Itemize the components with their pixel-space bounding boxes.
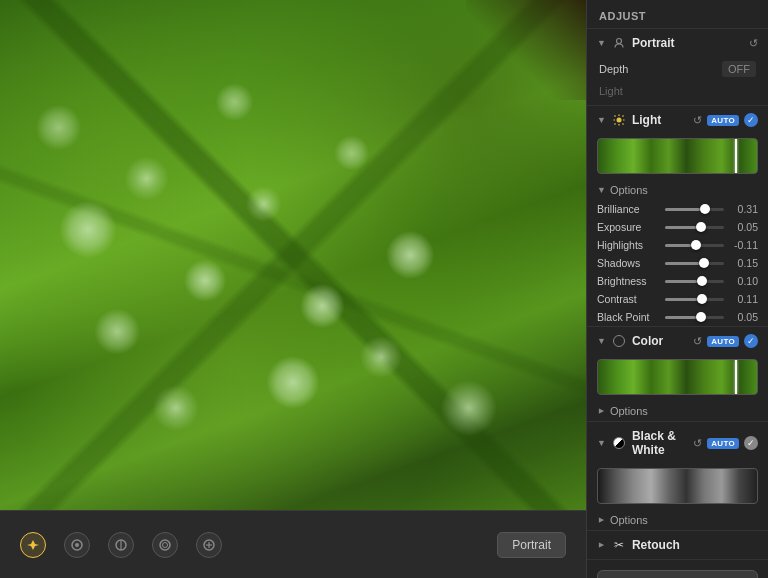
slider-label-5: Contrast <box>597 293 659 305</box>
slider-track-4[interactable] <box>665 280 724 283</box>
slider-row-highlights: Highlights-0.11 <box>587 236 768 254</box>
portrait-reset-icon[interactable]: ↺ <box>749 37 758 50</box>
svg-line-17 <box>622 124 623 125</box>
svg-point-11 <box>616 118 621 123</box>
bw-section-header[interactable]: ▼ Black & White ↺ AUTO ✓ <box>587 422 768 464</box>
slider-value-3: 0.15 <box>730 257 758 269</box>
right-panel: ADJUST ▼ Portrait ↺ Depth OFF Light ▼ <box>586 0 768 578</box>
svg-point-5 <box>160 540 170 550</box>
light-sliders: Brilliance0.31Exposure0.05Highlights-0.1… <box>587 200 768 326</box>
slider-thumb-3[interactable] <box>699 258 709 268</box>
adjust-icon[interactable] <box>108 532 134 558</box>
light-title: Light <box>632 113 689 127</box>
enhance-icon[interactable] <box>152 532 178 558</box>
slider-label-0: Brilliance <box>597 203 659 215</box>
slider-row-shadows: Shadows0.15 <box>587 254 768 272</box>
slider-value-2: -0.11 <box>730 239 758 251</box>
svg-line-16 <box>614 116 615 117</box>
depth-value: OFF <box>722 61 756 77</box>
slider-track-2[interactable] <box>665 244 724 247</box>
light-section-actions: ↺ AUTO ✓ <box>693 113 758 127</box>
retouch-tool-icon[interactable] <box>196 532 222 558</box>
depth-label: Depth <box>599 63 628 75</box>
bw-reset-icon[interactable]: ↺ <box>693 437 702 450</box>
color-reset-icon[interactable]: ↺ <box>693 335 702 348</box>
bw-chevron: ▼ <box>597 438 606 448</box>
light-options-header[interactable]: ▼ Options <box>587 180 768 200</box>
crop-icon[interactable] <box>20 532 46 558</box>
light-reset-icon[interactable]: ↺ <box>693 114 702 127</box>
color-thumbnail-strip[interactable] <box>597 359 758 395</box>
slider-thumb-2[interactable] <box>691 240 701 250</box>
svg-line-19 <box>614 124 615 125</box>
bottom-toolbar: Portrait <box>0 510 586 578</box>
filter-icon[interactable] <box>64 532 90 558</box>
bw-thumbnail-strip[interactable] <box>597 468 758 504</box>
portrait-title: Portrait <box>632 36 745 50</box>
portrait-chevron: ▼ <box>597 38 606 48</box>
dark-corner <box>466 0 586 100</box>
retouch-title: Retouch <box>632 538 758 552</box>
panel-header: ADJUST <box>587 0 768 29</box>
retouch-section: ▼ ✂ Retouch <box>587 531 768 560</box>
portrait-light-label: Light <box>599 85 623 97</box>
bw-section: ▼ Black & White ↺ AUTO ✓ ▼ Options <box>587 422 768 531</box>
slider-thumb-1[interactable] <box>696 222 706 232</box>
photo-area: Portrait <box>0 0 586 578</box>
photo-canvas <box>0 0 586 510</box>
slider-value-6: 0.05 <box>730 311 758 323</box>
svg-marker-0 <box>27 540 39 550</box>
portrait-section-header[interactable]: ▼ Portrait ↺ <box>587 29 768 57</box>
retouch-section-header[interactable]: ▼ ✂ Retouch <box>587 531 768 559</box>
light-row: Light <box>587 81 768 105</box>
toolbar-icons <box>20 532 222 558</box>
light-icon <box>612 113 626 127</box>
slider-row-contrast: Contrast0.11 <box>587 290 768 308</box>
bw-check-badge: ✓ <box>744 436 758 450</box>
bw-icon <box>612 436 626 450</box>
slider-thumb-6[interactable] <box>696 312 706 322</box>
reset-adjustments-button[interactable]: Reset Adjustments <box>597 570 758 578</box>
slider-track-1[interactable] <box>665 226 724 229</box>
slider-row-exposure: Exposure0.05 <box>587 218 768 236</box>
light-auto-badge[interactable]: AUTO <box>707 115 739 126</box>
slider-track-5[interactable] <box>665 298 724 301</box>
bw-auto-badge[interactable]: AUTO <box>707 438 739 449</box>
color-options-label: Options <box>610 405 648 417</box>
slider-thumb-0[interactable] <box>700 204 710 214</box>
slider-track-3[interactable] <box>665 262 724 265</box>
color-auto-badge[interactable]: AUTO <box>707 336 739 347</box>
color-chevron: ▼ <box>597 336 606 346</box>
color-section-actions: ↺ AUTO ✓ <box>693 334 758 348</box>
portrait-button[interactable]: Portrait <box>497 532 566 558</box>
slider-value-0: 0.31 <box>730 203 758 215</box>
color-section: ▼ Color ↺ AUTO ✓ ▼ Options <box>587 327 768 422</box>
slider-label-4: Brightness <box>597 275 659 287</box>
color-check-badge: ✓ <box>744 334 758 348</box>
bw-options-header[interactable]: ▼ Options <box>587 510 768 530</box>
slider-value-4: 0.10 <box>730 275 758 287</box>
bw-options-label: Options <box>610 514 648 526</box>
light-options-label: Options <box>610 184 648 196</box>
slider-label-2: Highlights <box>597 239 659 251</box>
slider-track-0[interactable] <box>665 208 724 211</box>
slider-thumb-5[interactable] <box>697 294 707 304</box>
slider-label-3: Shadows <box>597 257 659 269</box>
light-chevron: ▼ <box>597 115 606 125</box>
slider-value-5: 0.11 <box>730 293 758 305</box>
slider-track-6[interactable] <box>665 316 724 319</box>
slider-thumb-4[interactable] <box>697 276 707 286</box>
light-thumbnail-strip[interactable] <box>597 138 758 174</box>
slider-value-1: 0.05 <box>730 221 758 233</box>
bw-section-actions: ↺ AUTO ✓ <box>693 436 758 450</box>
color-options-chevron: ▼ <box>596 407 606 416</box>
portrait-icon <box>612 36 626 50</box>
color-title: Color <box>632 334 689 348</box>
color-section-header[interactable]: ▼ Color ↺ AUTO ✓ <box>587 327 768 355</box>
svg-point-2 <box>75 543 79 547</box>
svg-point-10 <box>616 39 621 44</box>
slider-label-6: Black Point <box>597 311 659 323</box>
light-options-chevron: ▼ <box>597 185 606 195</box>
light-section-header[interactable]: ▼ Light ↺ AUTO ✓ <box>587 106 768 134</box>
color-options-header[interactable]: ▼ Options <box>587 401 768 421</box>
